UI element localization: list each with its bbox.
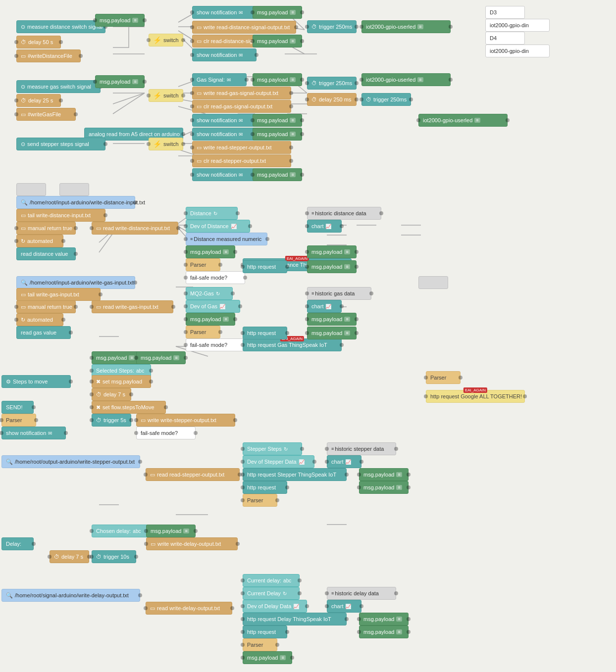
parser-2-node[interactable]: Parser (186, 326, 220, 338)
show-notif-2[interactable]: show notification ✉ (192, 48, 257, 61)
show-notif-1[interactable]: show notification ✉ (192, 6, 257, 19)
show-notif-gas-node[interactable]: show notification ✉ (192, 114, 257, 127)
path-stepper-out-node[interactable]: 🔍 /home/root/output-arduino/write-steppe… (1, 455, 140, 468)
clr-stepper-node[interactable]: ▭ clr read-stepper-output.txt (192, 154, 291, 167)
write-read-dist-node[interactable]: ▭ write read-distance-signal-output.txt (192, 21, 296, 34)
delay-7-node[interactable]: ⏱ delay 7 s (92, 388, 131, 401)
path-write-dist-node[interactable]: 🔍 /home/root/input-arduino/write-distanc… (16, 196, 135, 209)
iot-din-1[interactable]: iot2000-gpio-din (485, 19, 550, 32)
blank-btn-2[interactable] (59, 183, 89, 196)
measure-gas-node[interactable]: ⊙ measure gas switch signal (16, 80, 101, 93)
write-gas-file-node[interactable]: ▭ #writeGasFile (16, 108, 76, 121)
msg-payload-steps[interactable]: msg.payload ≡ (92, 351, 141, 364)
fail-safe-3-node[interactable]: fail-safe mode? (136, 427, 196, 439)
msg-payload-s2[interactable]: msg.payload ≡ (253, 168, 302, 181)
parser-3-node[interactable]: Parser (1, 414, 36, 427)
show-notif-4[interactable]: show notification ✉ (192, 168, 257, 181)
steps-move-node[interactable]: ⚙ Steps to move (1, 375, 71, 388)
chart-2-node[interactable]: chart 📈 (307, 300, 342, 313)
msg-payload-s1[interactable]: msg.payload ≡ (136, 351, 186, 364)
msg-payload-g1[interactable]: msg.payload ≡ (186, 313, 235, 326)
stepper-steps-node[interactable]: Stepper Steps ↻ (243, 442, 302, 455)
msg-payload-m2[interactable]: msg.payload ≡ (307, 245, 357, 258)
http-req-stepper-node[interactable]: http request Stepper ThingSpeak IoT (243, 468, 347, 481)
read-gas-val-node[interactable]: read gas value (16, 326, 71, 339)
msg-payload-gas2[interactable]: msg.payload ≡ (253, 73, 302, 86)
send-btn-node[interactable]: SEND! (1, 401, 34, 414)
msg-payload-b1[interactable]: msg.payload ≡ (146, 525, 196, 537)
msg-payload-g3[interactable]: msg.payload ≡ (307, 327, 357, 339)
parser-g-node[interactable]: Parser (426, 371, 461, 384)
iot-gpio-1[interactable]: iot2000-gpio-userled ≡ (361, 20, 451, 33)
write-stepper-out-node[interactable]: ▭ write write-stepper-output.txt (136, 414, 235, 427)
read-delay-out-node[interactable]: ▭ read write-delay-output.txt (146, 602, 232, 615)
msg-payload-d1[interactable]: msg.payload ≡ (359, 613, 409, 625)
set-flow-node[interactable]: ✖ set flow.stepsToMove (92, 401, 166, 414)
delay-25-node[interactable]: ⏱ delay 25 s (16, 94, 61, 107)
chart-1-node[interactable]: chart 📈 (307, 220, 342, 233)
write-distance-file-node[interactable]: ▭ #writeDistanceFile (16, 49, 81, 62)
msg-payload-g2[interactable]: msg.payload ≡ (307, 313, 357, 326)
delay-50-node[interactable]: ⏱ delay 50 s (16, 36, 61, 48)
switch-3-node[interactable]: ⚡ switch (149, 138, 183, 150)
http-req-delay-node[interactable]: http request Delay ThingSpeak IoT (243, 613, 347, 625)
automated-1[interactable]: ↻ automated (16, 235, 63, 247)
msg-payload-d2[interactable]: msg.payload ≡ (359, 625, 409, 638)
trigger-10s-node[interactable]: ⏱ trigger 10s (92, 550, 136, 563)
parser-4-node[interactable]: Parser (243, 494, 277, 507)
chart-4-node[interactable]: chart 📈 (327, 600, 361, 613)
msg-payload-b2[interactable]: msg.payload ≡ (243, 651, 292, 664)
msg-payload-m3[interactable]: msg.payload ≡ (307, 260, 357, 273)
clr-read-gas-node[interactable]: ▭ clr read-gas-signal-output.txt (192, 100, 291, 113)
mq2-gas-node[interactable]: MQ2-Gas ↻ (186, 287, 233, 300)
dev-gas-node[interactable]: Dev of Gas 📈 (186, 300, 240, 313)
send-stepper-node[interactable]: ⊙ send stepper steps signal (16, 138, 105, 150)
delay-250-node[interactable]: ⏱ delay 250 ms (307, 93, 357, 106)
d4-node[interactable]: D4 (485, 32, 525, 45)
tail-write-dist-node[interactable]: ▭ tail write-distance-input.txt (16, 209, 105, 222)
read-dist-val-node[interactable]: read distance value (16, 247, 76, 260)
read-write-gas-node[interactable]: ▭ read write-gas-input.txt (92, 300, 173, 313)
current-delay-abc-node[interactable]: Current delay: abc (243, 574, 300, 587)
write-stepper-node[interactable]: ▭ write read-stepper-output.txt (192, 141, 291, 154)
read-write-dist-node[interactable]: ▭ read write-distance-input.txt (92, 222, 178, 235)
msg-payload-1[interactable]: msg.payload ≡ (95, 14, 145, 27)
iot-gpio-3[interactable]: iot2000-gpio-userled ≡ (418, 114, 508, 127)
switch-2-node[interactable]: ⚡ switch (149, 89, 183, 102)
http-req-s2-node[interactable]: http request (243, 481, 287, 494)
automated-2[interactable]: ↻ automated (16, 313, 63, 326)
msg-payload-top2[interactable]: msg.payload ≡ (253, 35, 302, 48)
historic-stepper-node[interactable]: ≡ historic stepper data (327, 442, 396, 455)
msg-payload-top1[interactable]: msg.payload ≡ (253, 6, 302, 19)
dev-distance-node[interactable]: Dev of Distance 📈 (186, 220, 250, 233)
show-notif-5[interactable]: show notification ✉ (1, 427, 66, 439)
delay-input-node[interactable]: Delay: (1, 537, 34, 550)
d3-node[interactable]: D3 (485, 6, 525, 19)
historic-dist-node[interactable]: ≡ historic distance data (307, 207, 381, 220)
trigger-250-gas[interactable]: ⏱ trigger 250ms (307, 77, 357, 90)
dist-numeric-node[interactable]: ≡ Distance measured numeric (186, 233, 267, 245)
tail-write-gas-node[interactable]: ▭ tail write-gas-input.txt (16, 288, 101, 301)
msg-payload-s4[interactable]: msg.payload ≡ (359, 481, 409, 494)
parser-5-node[interactable]: Parser (243, 638, 277, 651)
manual-true-1[interactable]: ▭ manual return true (16, 222, 76, 235)
dev-stepper-node[interactable]: Dev of Stepper Data 📈 (243, 455, 314, 468)
dev-delay-node[interactable]: Dev of Delay Data 📈 (243, 600, 307, 613)
http-req-gas-node[interactable]: http request Gas ThingSpeak IoT EAI_AGAI… (243, 338, 342, 351)
write-read-gas-node[interactable]: ▭ write read-gas-signal-output.txt (192, 87, 291, 99)
measure-distance-node[interactable]: ⊙ measure distance switch signal (16, 20, 105, 33)
msg-payload-mid1[interactable]: msg.payload ≡ (186, 245, 235, 258)
trigger-250-3[interactable]: ⏱ trigger 250ms (361, 93, 411, 106)
iot-gpio-2[interactable]: iot2000-gpio-userled ≡ (361, 73, 451, 86)
switch-1-node[interactable]: ⚡ switch (149, 34, 183, 47)
set-msg-payload-node[interactable]: ✖ set msg.payload (92, 375, 151, 388)
distance-node[interactable]: Distance ↻ (186, 207, 238, 220)
path-write-gas-node[interactable]: 🔍 /home/root/input-arduino/write-gas-inp… (16, 276, 135, 289)
iot-din-2[interactable]: iot2000-gpio-din (485, 45, 550, 57)
parser-1-node[interactable]: Parser (186, 258, 220, 271)
trigger-5s-node[interactable]: ⏱ trigger 5s (92, 414, 131, 427)
http-req-2-node[interactable]: http request (243, 327, 287, 339)
fail-safe-2-node[interactable]: fail-safe mode? (186, 338, 245, 351)
gas-signal-node[interactable]: Gas Signal: ✉ (192, 73, 247, 86)
http-req-1-node[interactable]: http request (243, 260, 287, 273)
